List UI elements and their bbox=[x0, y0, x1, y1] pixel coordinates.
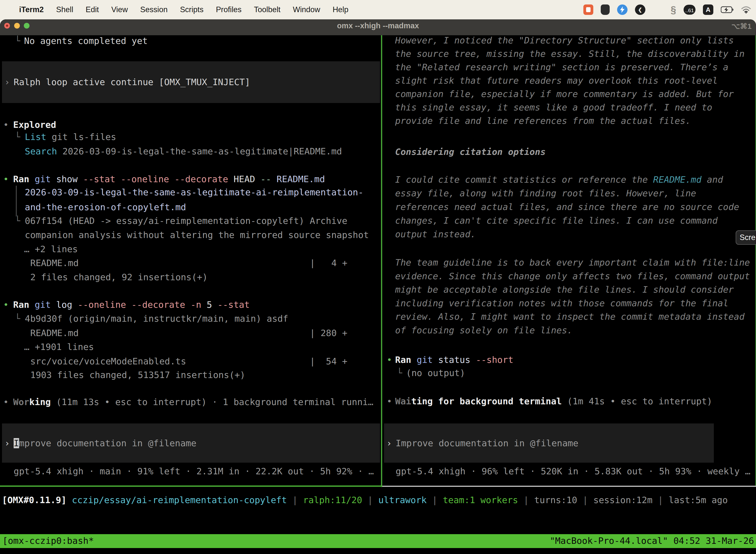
prompt-input[interactable]: Improve documentation in @filename bbox=[396, 438, 578, 449]
window-shortcut-badge: ⌥⌘1 bbox=[732, 22, 752, 31]
omx-turns: turns:10 bbox=[534, 495, 577, 505]
omx-team: team:1 workers bbox=[443, 495, 518, 505]
cmd-flag: --decorate bbox=[126, 299, 185, 310]
tmux-status-bar: [omx-cczip0:bash* "MacBook-Pro-44.local"… bbox=[0, 534, 756, 548]
commit-message-line: companion analysis without altering the … bbox=[25, 229, 369, 241]
ran-git-status-command: Ran git status --short bbox=[395, 354, 513, 366]
keyboard-layout-icon[interactable]: A bbox=[703, 4, 713, 15]
reasoning-paragraph-line: provide file and line references from th… bbox=[395, 115, 691, 126]
menu-item-shell[interactable]: Shell bbox=[50, 5, 79, 14]
battery-icon[interactable] bbox=[721, 6, 734, 13]
menu-item-window[interactable]: Window bbox=[287, 5, 326, 14]
reasoning-paragraph-line: of focusing solely on file lines. bbox=[395, 325, 572, 336]
agents-status-line: No agents completed yet bbox=[24, 35, 148, 47]
omx-ralph-counter: ralph:11/20 bbox=[303, 495, 362, 505]
list-args: git ls-files bbox=[46, 132, 116, 142]
menu-item-edit[interactable]: Edit bbox=[79, 5, 105, 14]
reasoning-paragraph-line: the "Related research writing" section i… bbox=[395, 62, 729, 73]
cmd-flag: --stat bbox=[212, 299, 250, 310]
bullet-icon: • bbox=[3, 119, 9, 130]
reasoning-paragraph-line: the source tree, missing the essay. Stil… bbox=[395, 48, 745, 60]
tree-elbow: └ bbox=[15, 131, 20, 143]
truncated-lines-note: … +1901 lines bbox=[24, 341, 94, 353]
spinner-shimmer-dim: Wai bbox=[395, 396, 411, 406]
diffstat-summary: 2 files changed, 92 insertions(+) bbox=[30, 272, 208, 283]
menu-item-scripts[interactable]: Scripts bbox=[174, 5, 210, 14]
reasoning-paragraph-line: including verification notes with those … bbox=[395, 297, 729, 309]
dots-grid-icon[interactable] bbox=[653, 4, 663, 15]
cmd-subcommand: show bbox=[51, 174, 78, 184]
reasoning-paragraph-line: companion file, especially if more comme… bbox=[395, 88, 734, 100]
cmd-ref: HEAD bbox=[228, 174, 255, 184]
tmux-session-name[interactable]: [omx-cczip0:bash* bbox=[2, 536, 94, 546]
reasoning-paragraph-line: references need actual files, and since … bbox=[395, 201, 739, 213]
menu-item-toolbelt[interactable]: Toolbelt bbox=[248, 5, 287, 14]
squiggle-icon[interactable]: § bbox=[671, 4, 676, 15]
menu-bar: iTerm2 Shell Edit View Session Scripts P… bbox=[0, 0, 756, 19]
diffstat-line: README.md | 280 + bbox=[30, 327, 348, 339]
cmd-subcommand: status bbox=[433, 355, 470, 365]
menu-item-profiles[interactable]: Profiles bbox=[209, 5, 248, 14]
model-status-line: gpt-5.4 xhigh · 96% left · 520K in · 5.8… bbox=[396, 466, 750, 477]
omx-branch: cczip/essay/ai-reimplementation-copyleft bbox=[66, 495, 287, 505]
reasoning-paragraph-line: evidence. Since this change only affects… bbox=[395, 271, 750, 282]
cmd-git: git bbox=[411, 355, 433, 365]
cmd-flag: --oneline bbox=[72, 299, 126, 310]
cmd-flag: --stat bbox=[78, 174, 115, 184]
diffstat-summary: 1903 files changed, 513517 insertions(+) bbox=[30, 369, 245, 381]
working-details: (11m 13s • esc to interrupt) · 1 backgro… bbox=[51, 397, 373, 407]
bullet-icon: • bbox=[387, 354, 392, 366]
paragraph-text: and bbox=[701, 174, 723, 185]
bolt-badge-icon[interactable] bbox=[617, 4, 628, 15]
count-badge-icon[interactable]: ..61 bbox=[684, 5, 695, 15]
cmd-git: git bbox=[29, 299, 51, 310]
chevron-circle-icon[interactable]: ❮ bbox=[635, 4, 645, 15]
wifi-icon[interactable] bbox=[741, 6, 751, 13]
waiting-status-line: Waiting for background terminal (1m 41s … bbox=[395, 396, 712, 407]
truncated-lines-note: … +2 lines bbox=[24, 243, 78, 255]
bullet-icon: • bbox=[3, 299, 9, 311]
essay-filename-line2: and-the-erosion-of-copyleft.md bbox=[25, 202, 186, 213]
spinner-shimmer-bright: king bbox=[29, 397, 51, 407]
reasoning-paragraph-line: essay file, along with finding root file… bbox=[395, 188, 696, 199]
spinner-shimmer-bright: ting for background terminal bbox=[411, 396, 562, 406]
no-output-line: (no output) bbox=[406, 367, 465, 379]
search-args: 2026-03-09-is-legal-the-same-as-legitima… bbox=[57, 146, 342, 156]
prompt-input[interactable]: Improve documentation in @filename bbox=[14, 438, 196, 449]
reasoning-heading: Considering citation options bbox=[395, 146, 546, 158]
reasoning-paragraph-line: review. Also, I might want to inspect th… bbox=[395, 311, 745, 322]
ran-git-show-command: Ran git show --stat --oneline --decorate… bbox=[13, 173, 325, 185]
omx-last-activity: last:5m ago bbox=[669, 495, 728, 505]
prompt-chevron: › bbox=[386, 438, 392, 449]
explored-title: Explored bbox=[13, 119, 56, 130]
cmd-file: README.md bbox=[271, 174, 325, 184]
cmd-flag: --short bbox=[470, 355, 513, 365]
commit-line: 067f154 (HEAD -> essay/ai-reimplementati… bbox=[25, 215, 347, 227]
separator: | bbox=[577, 495, 593, 505]
menu-item-iterm2[interactable]: iTerm2 bbox=[13, 5, 50, 14]
menu-item-session[interactable]: Session bbox=[134, 5, 174, 14]
shield-grid-icon[interactable] bbox=[601, 4, 610, 15]
ralph-loop-line: Ralph loop active continue [OMX_TMUX_INJ… bbox=[14, 76, 250, 88]
right-pane-bottom-border bbox=[382, 486, 756, 487]
bullet-icon: • bbox=[387, 396, 392, 407]
explored-list-line: List git ls-files bbox=[25, 131, 116, 143]
diffstat-line: src/voice/voiceModeEnabled.ts | 54 + bbox=[30, 356, 348, 367]
tmux-host-clock: "MacBook-Pro-44.local" 04:52 31-Mar-26 bbox=[550, 536, 754, 546]
cmd-arg: 5 bbox=[201, 299, 212, 310]
reasoning-paragraph-line: slight risk that future readers may over… bbox=[395, 75, 717, 87]
cmd-subcommand: log bbox=[51, 299, 72, 310]
paragraph-text: I could cite commit statistics or refere… bbox=[395, 174, 653, 185]
bullet-icon: • bbox=[3, 396, 9, 408]
screen-recording-icon[interactable] bbox=[583, 4, 593, 15]
text-cursor: I bbox=[14, 438, 19, 448]
reasoning-paragraph-line: I could cite commit statistics or refere… bbox=[395, 174, 723, 185]
ran-git-log-command: Ran git log --oneline --decorate -n 5 --… bbox=[13, 299, 250, 311]
tree-branch-line bbox=[16, 186, 17, 216]
prompt-chevron: › bbox=[4, 76, 10, 88]
menu-item-view[interactable]: View bbox=[105, 5, 134, 14]
menu-item-help[interactable]: Help bbox=[326, 5, 355, 14]
readme-file-reference: README.md bbox=[653, 174, 701, 185]
cmd-flag: --oneline bbox=[115, 174, 169, 184]
pane-divider[interactable] bbox=[381, 35, 382, 487]
